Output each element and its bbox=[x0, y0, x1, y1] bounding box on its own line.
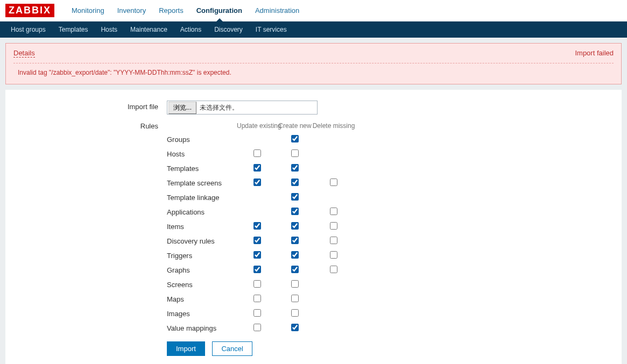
message-title[interactable]: Details bbox=[13, 49, 35, 58]
rules-cell bbox=[312, 208, 355, 217]
rules-cell bbox=[278, 251, 312, 260]
checkbox-maps-update[interactable] bbox=[253, 295, 261, 302]
rules-cell bbox=[312, 237, 355, 246]
checkbox-maps-create[interactable] bbox=[291, 295, 299, 302]
subnav-item-actions[interactable]: Actions bbox=[174, 22, 208, 38]
rules-cell bbox=[237, 179, 278, 188]
rules-cell bbox=[278, 179, 312, 188]
rules-row-label: Hosts bbox=[167, 150, 237, 158]
logo[interactable]: ZABBIX bbox=[5, 4, 54, 17]
rules-row-label: Images bbox=[167, 310, 237, 318]
checkbox-discovery-rules-delete[interactable] bbox=[330, 237, 337, 244]
rules-row-label: Applications bbox=[167, 208, 237, 216]
rules-cell bbox=[278, 295, 312, 304]
rules-cell bbox=[278, 222, 312, 231]
rules-cell bbox=[278, 324, 312, 333]
rules-cell bbox=[278, 149, 312, 159]
checkbox-template-screens-update[interactable] bbox=[253, 179, 261, 186]
rules-cell bbox=[278, 193, 312, 202]
topnav-item-reports[interactable]: Reports bbox=[152, 0, 190, 22]
page: Details Import failed Invalid tag "/zabb… bbox=[0, 43, 627, 364]
subnav-item-it-services[interactable]: IT services bbox=[249, 22, 293, 38]
checkbox-applications-delete[interactable] bbox=[330, 208, 337, 215]
checkbox-groups-create[interactable] bbox=[291, 135, 299, 142]
rules-cell bbox=[278, 164, 312, 173]
row-import-file: Import file 浏览... 未选择文件。 bbox=[16, 101, 611, 115]
rules-row-label: Maps bbox=[167, 295, 237, 303]
checkbox-applications-create[interactable] bbox=[291, 208, 299, 215]
topnav-item-monitoring[interactable]: Monitoring bbox=[65, 0, 111, 22]
checkbox-value-mappings-create[interactable] bbox=[291, 324, 299, 331]
message-box: Details Import failed Invalid tag "/zabb… bbox=[5, 43, 622, 84]
rules-row-label: Discovery rules bbox=[167, 237, 237, 245]
checkbox-triggers-update[interactable] bbox=[253, 251, 261, 259]
rules-header: Delete missing bbox=[312, 122, 355, 130]
rules-cell bbox=[312, 179, 355, 188]
field-import-file: 浏览... 未选择文件。 bbox=[167, 101, 318, 115]
checkbox-screens-update[interactable] bbox=[253, 280, 261, 288]
topnav: MonitoringInventoryReportsConfigurationA… bbox=[65, 0, 306, 22]
checkbox-screens-create[interactable] bbox=[291, 280, 299, 288]
rules-header: Create new bbox=[278, 122, 312, 130]
checkbox-discovery-rules-create[interactable] bbox=[291, 237, 299, 244]
topbar: ZABBIX MonitoringInventoryReportsConfigu… bbox=[0, 0, 627, 22]
message-status: Import failed bbox=[575, 49, 614, 57]
checkbox-items-update[interactable] bbox=[253, 222, 261, 230]
label-import-file: Import file bbox=[16, 101, 167, 111]
rules-row-label: Graphs bbox=[167, 266, 237, 274]
checkbox-template-screens-create[interactable] bbox=[291, 179, 299, 186]
checkbox-graphs-update[interactable] bbox=[253, 266, 261, 273]
content: Import file 浏览... 未选择文件。 Rules Update ex… bbox=[5, 90, 622, 364]
file-input[interactable]: 浏览... 未选择文件。 bbox=[167, 101, 318, 115]
checkbox-template-screens-delete[interactable] bbox=[330, 179, 337, 186]
topnav-item-administration[interactable]: Administration bbox=[249, 0, 306, 22]
subnav-item-templates[interactable]: Templates bbox=[52, 22, 95, 38]
rules-cell bbox=[278, 266, 312, 275]
rules-cell bbox=[237, 266, 278, 275]
checkbox-template-linkage-create[interactable] bbox=[291, 193, 299, 201]
browse-button[interactable]: 浏览... bbox=[168, 102, 196, 114]
field-rules: Update existingCreate newDelete missingG… bbox=[167, 122, 355, 356]
checkbox-graphs-delete[interactable] bbox=[330, 266, 337, 273]
subnav-item-hosts[interactable]: Hosts bbox=[94, 22, 124, 38]
checkbox-templates-update[interactable] bbox=[253, 164, 261, 172]
rules-cell bbox=[237, 149, 278, 159]
subnav-item-host-groups[interactable]: Host groups bbox=[4, 22, 52, 38]
checkbox-hosts-update[interactable] bbox=[253, 149, 261, 157]
topnav-item-inventory[interactable]: Inventory bbox=[111, 0, 152, 22]
rules-row-label: Screens bbox=[167, 281, 237, 289]
rules-cell bbox=[237, 237, 278, 246]
checkbox-graphs-create[interactable] bbox=[291, 266, 299, 273]
checkbox-value-mappings-update[interactable] bbox=[253, 324, 261, 331]
checkbox-items-delete[interactable] bbox=[330, 222, 337, 230]
rules-row-label: Triggers bbox=[167, 252, 237, 260]
checkbox-triggers-delete[interactable] bbox=[330, 251, 337, 259]
import-button[interactable]: Import bbox=[167, 341, 205, 356]
rules-cell bbox=[237, 164, 278, 173]
row-rules: Rules Update existingCreate newDelete mi… bbox=[16, 122, 611, 356]
rules-row-label: Template screens bbox=[167, 179, 237, 187]
checkbox-images-update[interactable] bbox=[253, 309, 261, 317]
subnav-item-maintenance[interactable]: Maintenance bbox=[124, 22, 174, 38]
checkbox-discovery-rules-update[interactable] bbox=[253, 237, 261, 244]
rules-cell bbox=[278, 135, 312, 144]
rules-row-label: Templates bbox=[167, 165, 237, 173]
rules-cell bbox=[237, 295, 278, 304]
rules-cell bbox=[237, 324, 278, 333]
rules-cell bbox=[312, 251, 355, 260]
cancel-button[interactable]: Cancel bbox=[212, 341, 252, 356]
file-none-text: 未选择文件。 bbox=[198, 103, 238, 112]
rules-cell bbox=[312, 266, 355, 275]
checkbox-triggers-create[interactable] bbox=[291, 251, 299, 259]
rules-row-label: Items bbox=[167, 223, 237, 231]
rules-cell bbox=[312, 222, 355, 231]
checkbox-images-create[interactable] bbox=[291, 309, 299, 317]
rules-cell bbox=[237, 251, 278, 260]
checkbox-hosts-create[interactable] bbox=[291, 149, 299, 157]
checkbox-templates-create[interactable] bbox=[291, 164, 299, 172]
rules-cell bbox=[237, 309, 278, 318]
topnav-item-configuration[interactable]: Configuration bbox=[190, 0, 249, 22]
subnav-item-discovery[interactable]: Discovery bbox=[208, 22, 249, 38]
rules-grid: Update existingCreate newDelete missingG… bbox=[167, 122, 355, 333]
checkbox-items-create[interactable] bbox=[291, 222, 299, 230]
